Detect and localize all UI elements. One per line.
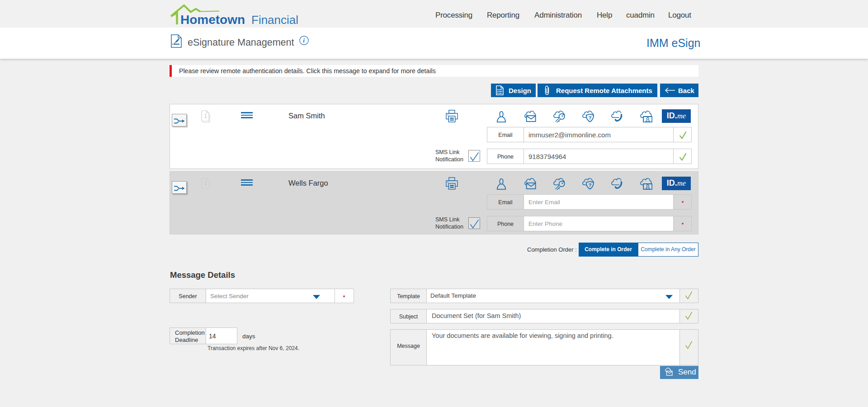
svg-text:?: ? — [589, 115, 592, 121]
svg-text:Financial: Financial — [251, 13, 298, 27]
svg-text:Hometown: Hometown — [180, 13, 245, 27]
svg-text:1: 1 — [204, 180, 208, 187]
svg-text:i: i — [303, 37, 305, 44]
svg-text:?: ? — [589, 182, 592, 188]
svg-text:1: 1 — [204, 113, 208, 119]
